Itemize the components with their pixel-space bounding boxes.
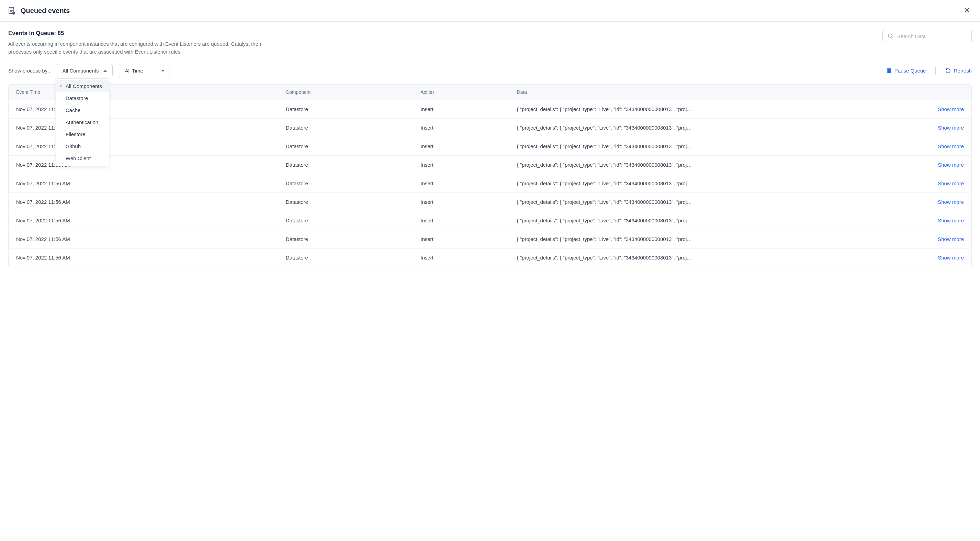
cell-event-time: Nov 07, 2022 11:56 AM [9, 100, 278, 118]
show-more-link[interactable]: Show more [938, 125, 964, 131]
cell-action: Insert [413, 118, 509, 137]
cell-action: Insert [413, 211, 509, 230]
cell-component: Datastore [278, 174, 413, 193]
cell-data: { "project_details": { "project_type": "… [509, 230, 971, 249]
dialog-header: Queued events [0, 0, 980, 22]
filters-row: Show process by : All Components All Tim… [8, 64, 972, 77]
cell-action: Insert [413, 230, 509, 249]
close-button[interactable] [961, 5, 972, 16]
header-left: Queued events [8, 6, 70, 15]
table-row: Nov 07, 2022 11:56 AMDatastoreInsert{ "p… [9, 118, 971, 137]
cell-component: Datastore [278, 156, 413, 174]
cell-data: { "project_details": { "project_type": "… [509, 249, 971, 267]
cell-data: { "project_details": { "project_type": "… [509, 156, 971, 174]
chevron-up-icon [103, 70, 107, 72]
show-more-link[interactable]: Show more [938, 236, 964, 242]
dropdown-item[interactable]: Authentication [56, 116, 109, 128]
search-input[interactable] [897, 34, 967, 39]
component-dropdown-panel: All ComponentsDatastoreCacheAuthenticati… [56, 78, 109, 166]
svg-point-7 [888, 34, 892, 37]
cell-data: { "project_details": { "project_type": "… [509, 137, 971, 156]
col-action: Action [413, 85, 509, 100]
show-more-link[interactable]: Show more [938, 199, 964, 205]
content-area: Events in Queue: 85 All events occurring… [0, 22, 980, 276]
dropdown-item[interactable]: Filestore [56, 128, 109, 140]
cell-component: Datastore [278, 193, 413, 211]
pause-queue-button[interactable]: Pause Queue [886, 68, 926, 73]
table-row: Nov 07, 2022 11:56 AMDatastoreInsert{ "p… [9, 249, 971, 267]
pause-label: Pause Queue [894, 68, 926, 73]
events-table-wrap: Event Time Component Action Data Nov 07,… [8, 84, 972, 267]
queue-count: Events in Queue: 85 [8, 30, 262, 37]
data-text: { "project_details": { "project_type": "… [517, 236, 933, 242]
show-more-link[interactable]: Show more [938, 162, 964, 168]
dropdown-item[interactable]: Github [56, 140, 109, 152]
data-text: { "project_details": { "project_type": "… [517, 106, 933, 112]
cell-component: Datastore [278, 230, 413, 249]
component-select-value: All Components [62, 68, 99, 73]
dropdown-item[interactable]: Datastore [56, 92, 109, 104]
pause-icon [886, 68, 892, 73]
data-text: { "project_details": { "project_type": "… [517, 180, 933, 186]
cell-data: { "project_details": { "project_type": "… [509, 118, 971, 137]
data-text: { "project_details": { "project_type": "… [517, 199, 933, 205]
queue-description: All events occurring in component instan… [8, 40, 262, 56]
cell-data: { "project_details": { "project_type": "… [509, 100, 971, 118]
show-more-link[interactable]: Show more [938, 143, 964, 149]
dropdown-item[interactable]: Web Client [56, 152, 109, 164]
cell-component: Datastore [278, 249, 413, 267]
table-row: Nov 07, 2022 11:56 AMDatastoreInsert{ "p… [9, 193, 971, 211]
data-text: { "project_details": { "project_type": "… [517, 143, 933, 149]
cell-action: Insert [413, 137, 509, 156]
data-text: { "project_details": { "project_type": "… [517, 162, 933, 168]
col-event-time: Event Time [9, 85, 278, 100]
cell-event-time: Nov 07, 2022 11:56 AM [9, 230, 278, 249]
show-more-link[interactable]: Show more [938, 217, 964, 223]
show-more-link[interactable]: Show more [938, 255, 964, 260]
table-row: Nov 07, 2022 11:56 AMDatastoreInsert{ "p… [9, 174, 971, 193]
cell-component: Datastore [278, 100, 413, 118]
search-box[interactable] [883, 30, 972, 42]
refresh-button[interactable]: Refresh [945, 68, 972, 73]
cell-component: Datastore [278, 211, 413, 230]
cell-action: Insert [413, 156, 509, 174]
data-text: { "project_details": { "project_type": "… [517, 217, 933, 223]
divider [935, 67, 936, 75]
refresh-label: Refresh [953, 68, 972, 73]
show-more-link[interactable]: Show more [938, 180, 964, 186]
data-text: { "project_details": { "project_type": "… [517, 125, 933, 131]
time-select-value: All Time [125, 68, 143, 73]
show-more-link[interactable]: Show more [938, 106, 964, 112]
cell-event-time: Nov 07, 2022 11:56 AM [9, 156, 278, 174]
cell-action: Insert [413, 174, 509, 193]
dropdown-item[interactable]: Cache [56, 104, 109, 116]
component-select[interactable]: All Components [57, 64, 113, 77]
cell-event-time: Nov 07, 2022 11:56 AM [9, 211, 278, 230]
cell-action: Insert [413, 249, 509, 267]
cell-event-time: Nov 07, 2022 11:56 AM [9, 249, 278, 267]
dropdown-item[interactable]: All Components [56, 80, 109, 92]
col-data: Data [509, 85, 971, 100]
table-header-row: Event Time Component Action Data [9, 85, 971, 100]
events-table: Event Time Component Action Data Nov 07,… [9, 85, 971, 267]
cell-event-time: Nov 07, 2022 11:56 AM [9, 174, 278, 193]
table-row: Nov 07, 2022 11:56 AMDatastoreInsert{ "p… [9, 137, 971, 156]
col-component: Component [278, 85, 413, 100]
cell-event-time: Nov 07, 2022 11:56 AM [9, 137, 278, 156]
cell-data: { "project_details": { "project_type": "… [509, 211, 971, 230]
data-text: { "project_details": { "project_type": "… [517, 255, 933, 260]
svg-line-8 [891, 37, 893, 38]
table-row: Nov 07, 2022 11:56 AMDatastoreInsert{ "p… [9, 211, 971, 230]
time-select[interactable]: All Time [119, 64, 170, 77]
close-icon [964, 8, 970, 13]
actions-right: Pause Queue Refresh [886, 67, 972, 75]
cell-data: { "project_details": { "project_type": "… [509, 174, 971, 193]
chevron-down-icon [161, 70, 164, 72]
filter-label: Show process by : [8, 68, 51, 73]
cell-action: Insert [413, 193, 509, 211]
search-icon [888, 33, 894, 39]
svg-rect-10 [889, 69, 891, 73]
cell-data: { "project_details": { "project_type": "… [509, 193, 971, 211]
cell-component: Datastore [278, 137, 413, 156]
table-row: Nov 07, 2022 11:56 AMDatastoreInsert{ "p… [9, 100, 971, 118]
